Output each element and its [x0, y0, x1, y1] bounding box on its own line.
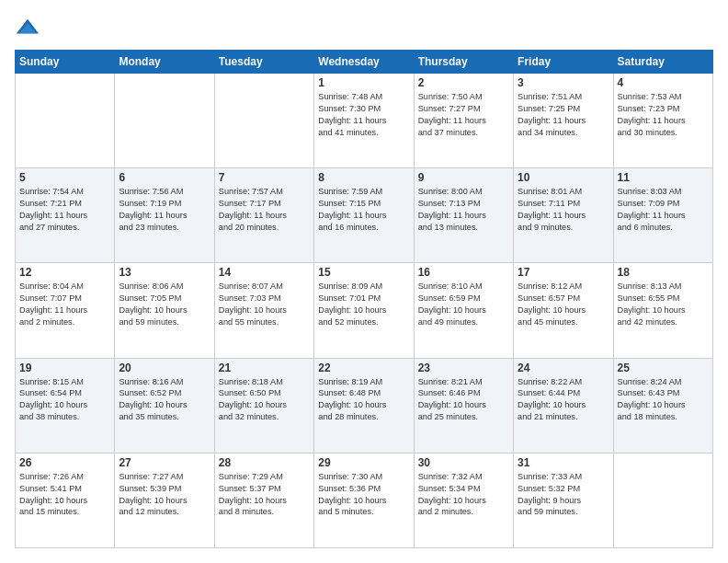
calendar-day-25: 25Sunrise: 8:24 AM Sunset: 6:43 PM Dayli… — [613, 358, 712, 453]
calendar-day-22: 22Sunrise: 8:19 AM Sunset: 6:48 PM Dayli… — [314, 358, 414, 453]
day-number: 11 — [618, 171, 709, 184]
day-number: 7 — [219, 171, 310, 184]
day-number: 16 — [418, 266, 509, 279]
day-number: 2 — [418, 76, 509, 89]
day-info: Sunrise: 8:04 AM Sunset: 7:07 PM Dayligh… — [19, 281, 110, 328]
calendar-day-7: 7Sunrise: 7:57 AM Sunset: 7:17 PM Daylig… — [214, 168, 313, 263]
day-info: Sunrise: 7:51 AM Sunset: 7:25 PM Dayligh… — [518, 91, 609, 139]
calendar-header-tuesday: Tuesday — [214, 51, 313, 74]
calendar-day-28: 28Sunrise: 7:29 AM Sunset: 5:37 PM Dayli… — [214, 453, 313, 547]
day-info: Sunrise: 7:26 AM Sunset: 5:41 PM Dayligh… — [19, 471, 110, 519]
day-number: 27 — [119, 456, 210, 469]
day-number: 31 — [518, 456, 609, 469]
calendar-header-row: SundayMondayTuesdayWednesdayThursdayFrid… — [16, 51, 713, 74]
day-info: Sunrise: 8:06 AM Sunset: 7:05 PM Dayligh… — [119, 281, 210, 328]
day-info: Sunrise: 7:54 AM Sunset: 7:21 PM Dayligh… — [19, 186, 110, 234]
day-number: 8 — [318, 171, 409, 184]
day-info: Sunrise: 8:22 AM Sunset: 6:44 PM Dayligh… — [518, 376, 609, 424]
day-info: Sunrise: 8:03 AM Sunset: 7:09 PM Dayligh… — [618, 186, 709, 234]
calendar-day-26: 26Sunrise: 7:26 AM Sunset: 5:41 PM Dayli… — [16, 453, 115, 547]
day-info: Sunrise: 7:33 AM Sunset: 5:32 PM Dayligh… — [518, 471, 609, 519]
calendar-header-thursday: Thursday — [414, 51, 513, 74]
calendar-day-1: 1Sunrise: 7:48 AM Sunset: 7:30 PM Daylig… — [314, 74, 414, 168]
calendar-day-23: 23Sunrise: 8:21 AM Sunset: 6:46 PM Dayli… — [414, 358, 513, 453]
calendar-day-2: 2Sunrise: 7:50 AM Sunset: 7:27 PM Daylig… — [414, 74, 513, 168]
calendar-header-saturday: Saturday — [613, 51, 712, 74]
day-number: 13 — [119, 266, 210, 279]
day-number: 30 — [418, 456, 509, 469]
day-info: Sunrise: 8:19 AM Sunset: 6:48 PM Dayligh… — [318, 376, 409, 424]
calendar-empty — [115, 74, 214, 168]
day-info: Sunrise: 7:56 AM Sunset: 7:19 PM Dayligh… — [119, 186, 210, 234]
calendar-day-13: 13Sunrise: 8:06 AM Sunset: 7:05 PM Dayli… — [115, 263, 214, 358]
day-info: Sunrise: 8:15 AM Sunset: 6:54 PM Dayligh… — [19, 376, 110, 424]
day-number: 20 — [119, 362, 210, 374]
calendar-day-11: 11Sunrise: 8:03 AM Sunset: 7:09 PM Dayli… — [613, 168, 712, 263]
calendar-header-wednesday: Wednesday — [314, 51, 414, 74]
day-number: 22 — [318, 362, 409, 374]
day-number: 24 — [518, 362, 609, 374]
day-number: 5 — [19, 171, 110, 184]
day-info: Sunrise: 8:00 AM Sunset: 7:13 PM Dayligh… — [418, 186, 509, 234]
calendar-day-16: 16Sunrise: 8:10 AM Sunset: 6:59 PM Dayli… — [414, 263, 513, 358]
calendar-week-row: 1Sunrise: 7:48 AM Sunset: 7:30 PM Daylig… — [16, 74, 713, 168]
calendar-day-31: 31Sunrise: 7:33 AM Sunset: 5:32 PM Dayli… — [514, 453, 613, 547]
day-number: 21 — [219, 362, 310, 374]
calendar-day-24: 24Sunrise: 8:22 AM Sunset: 6:44 PM Dayli… — [514, 358, 613, 453]
day-number: 19 — [19, 362, 110, 374]
day-info: Sunrise: 7:29 AM Sunset: 5:37 PM Dayligh… — [219, 471, 310, 519]
day-number: 28 — [219, 456, 310, 469]
day-number: 3 — [518, 76, 609, 89]
day-info: Sunrise: 7:48 AM Sunset: 7:30 PM Dayligh… — [318, 91, 409, 139]
day-number: 18 — [618, 266, 709, 279]
calendar-day-10: 10Sunrise: 8:01 AM Sunset: 7:11 PM Dayli… — [514, 168, 613, 263]
calendar-day-17: 17Sunrise: 8:12 AM Sunset: 6:57 PM Dayli… — [514, 263, 613, 358]
calendar-day-20: 20Sunrise: 8:16 AM Sunset: 6:52 PM Dayli… — [115, 358, 214, 453]
calendar-week-row: 19Sunrise: 8:15 AM Sunset: 6:54 PM Dayli… — [16, 358, 713, 453]
day-number: 1 — [318, 76, 409, 89]
day-info: Sunrise: 7:50 AM Sunset: 7:27 PM Dayligh… — [418, 91, 509, 139]
day-number: 29 — [318, 456, 409, 469]
day-info: Sunrise: 8:24 AM Sunset: 6:43 PM Dayligh… — [618, 376, 709, 424]
calendar-week-row: 12Sunrise: 8:04 AM Sunset: 7:07 PM Dayli… — [16, 263, 713, 358]
day-number: 10 — [518, 171, 609, 184]
calendar-day-15: 15Sunrise: 8:09 AM Sunset: 7:01 PM Dayli… — [314, 263, 414, 358]
logo-icon — [15, 15, 40, 40]
calendar-day-3: 3Sunrise: 7:51 AM Sunset: 7:25 PM Daylig… — [514, 74, 613, 168]
calendar-day-5: 5Sunrise: 7:54 AM Sunset: 7:21 PM Daylig… — [16, 168, 115, 263]
calendar-table: SundayMondayTuesdayWednesdayThursdayFrid… — [15, 50, 713, 548]
calendar-week-row: 5Sunrise: 7:54 AM Sunset: 7:21 PM Daylig… — [16, 168, 713, 263]
calendar-empty — [16, 74, 115, 168]
day-info: Sunrise: 8:21 AM Sunset: 6:46 PM Dayligh… — [418, 376, 509, 424]
day-info: Sunrise: 8:16 AM Sunset: 6:52 PM Dayligh… — [119, 376, 210, 424]
calendar-day-4: 4Sunrise: 7:53 AM Sunset: 7:23 PM Daylig… — [613, 74, 712, 168]
day-info: Sunrise: 7:59 AM Sunset: 7:15 PM Dayligh… — [318, 186, 409, 234]
day-number: 15 — [318, 266, 409, 279]
day-number: 23 — [418, 362, 509, 374]
calendar-day-12: 12Sunrise: 8:04 AM Sunset: 7:07 PM Dayli… — [16, 263, 115, 358]
day-number: 26 — [19, 456, 110, 469]
day-info: Sunrise: 7:57 AM Sunset: 7:17 PM Dayligh… — [219, 186, 310, 234]
day-info: Sunrise: 7:30 AM Sunset: 5:36 PM Dayligh… — [318, 471, 409, 519]
day-info: Sunrise: 8:12 AM Sunset: 6:57 PM Dayligh… — [518, 281, 609, 328]
calendar-day-8: 8Sunrise: 7:59 AM Sunset: 7:15 PM Daylig… — [314, 168, 414, 263]
day-info: Sunrise: 8:10 AM Sunset: 6:59 PM Dayligh… — [418, 281, 509, 328]
calendar-day-6: 6Sunrise: 7:56 AM Sunset: 7:19 PM Daylig… — [115, 168, 214, 263]
day-info: Sunrise: 7:27 AM Sunset: 5:39 PM Dayligh… — [119, 471, 210, 519]
calendar-day-14: 14Sunrise: 8:07 AM Sunset: 7:03 PM Dayli… — [214, 263, 313, 358]
calendar-day-30: 30Sunrise: 7:32 AM Sunset: 5:34 PM Dayli… — [414, 453, 513, 547]
calendar-day-9: 9Sunrise: 8:00 AM Sunset: 7:13 PM Daylig… — [414, 168, 513, 263]
day-info: Sunrise: 8:07 AM Sunset: 7:03 PM Dayligh… — [219, 281, 310, 328]
day-number: 9 — [418, 171, 509, 184]
day-info: Sunrise: 7:32 AM Sunset: 5:34 PM Dayligh… — [418, 471, 509, 519]
logo — [15, 15, 44, 40]
calendar-header-sunday: Sunday — [16, 51, 115, 74]
calendar-week-row: 26Sunrise: 7:26 AM Sunset: 5:41 PM Dayli… — [16, 453, 713, 547]
day-number: 17 — [518, 266, 609, 279]
calendar-empty — [214, 74, 313, 168]
calendar-day-29: 29Sunrise: 7:30 AM Sunset: 5:36 PM Dayli… — [314, 453, 414, 547]
day-number: 4 — [618, 76, 709, 89]
day-info: Sunrise: 7:53 AM Sunset: 7:23 PM Dayligh… — [618, 91, 709, 139]
calendar-day-18: 18Sunrise: 8:13 AM Sunset: 6:55 PM Dayli… — [613, 263, 712, 358]
day-number: 6 — [119, 171, 210, 184]
